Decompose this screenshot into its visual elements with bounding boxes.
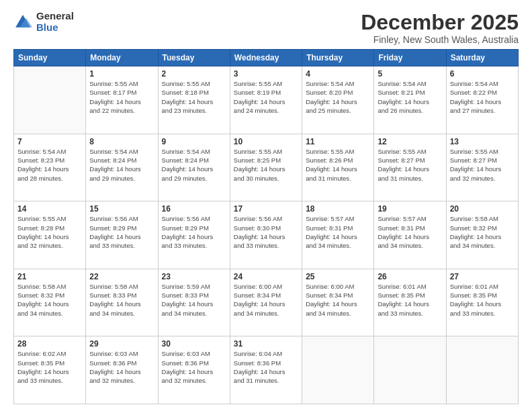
weekday-header-sunday: Sunday	[14, 50, 86, 66]
calendar-week-row: 14Sunrise: 5:55 AM Sunset: 8:28 PM Dayli…	[14, 201, 519, 269]
calendar-cell	[446, 336, 518, 404]
day-number: 21	[17, 272, 82, 281]
calendar-cell: 25Sunrise: 6:00 AM Sunset: 8:34 PM Dayli…	[302, 269, 374, 336]
day-info: Sunrise: 5:54 AM Sunset: 8:24 PM Dayligh…	[162, 147, 226, 183]
weekday-header-saturday: Saturday	[446, 50, 518, 66]
calendar-cell: 30Sunrise: 6:03 AM Sunset: 8:36 PM Dayli…	[158, 336, 230, 404]
day-number: 25	[306, 272, 370, 281]
header: General Blue December 2025 Finley, New S…	[13, 11, 519, 45]
day-number: 31	[234, 339, 298, 349]
weekday-header-tuesday: Tuesday	[158, 50, 230, 66]
calendar-cell: 4Sunrise: 5:54 AM Sunset: 8:20 PM Daylig…	[302, 66, 374, 134]
day-number: 4	[306, 69, 370, 79]
calendar-page: General Blue December 2025 Finley, New S…	[0, 0, 532, 411]
calendar-cell: 10Sunrise: 5:55 AM Sunset: 8:25 PM Dayli…	[230, 134, 302, 201]
day-info: Sunrise: 5:55 AM Sunset: 8:28 PM Dayligh…	[17, 214, 82, 250]
calendar-cell: 8Sunrise: 5:54 AM Sunset: 8:24 PM Daylig…	[86, 134, 158, 201]
calendar-cell	[302, 336, 374, 404]
calendar-cell: 6Sunrise: 5:54 AM Sunset: 8:22 PM Daylig…	[446, 66, 518, 134]
calendar-table: SundayMondayTuesdayWednesdayThursdayFrid…	[13, 49, 519, 404]
day-info: Sunrise: 5:55 AM Sunset: 8:26 PM Dayligh…	[306, 147, 370, 183]
day-info: Sunrise: 5:56 AM Sunset: 8:30 PM Dayligh…	[234, 214, 298, 250]
day-number: 16	[162, 204, 226, 214]
title-block: December 2025 Finley, New South Wales, A…	[361, 11, 519, 45]
day-info: Sunrise: 5:56 AM Sunset: 8:29 PM Dayligh…	[89, 214, 154, 250]
calendar-cell: 9Sunrise: 5:54 AM Sunset: 8:24 PM Daylig…	[158, 134, 230, 201]
day-number: 1	[89, 69, 154, 79]
day-info: Sunrise: 5:55 AM Sunset: 8:27 PM Dayligh…	[378, 147, 442, 183]
calendar-cell: 5Sunrise: 5:54 AM Sunset: 8:21 PM Daylig…	[374, 66, 446, 134]
logo-icon	[13, 13, 32, 32]
day-number: 8	[89, 137, 154, 146]
calendar-cell: 22Sunrise: 5:58 AM Sunset: 8:33 PM Dayli…	[86, 269, 158, 336]
day-number: 2	[162, 69, 226, 79]
calendar-cell: 27Sunrise: 6:01 AM Sunset: 8:35 PM Dayli…	[446, 269, 518, 336]
calendar-cell: 19Sunrise: 5:57 AM Sunset: 8:31 PM Dayli…	[374, 201, 446, 269]
day-info: Sunrise: 5:55 AM Sunset: 8:27 PM Dayligh…	[450, 147, 515, 183]
day-info: Sunrise: 5:54 AM Sunset: 8:22 PM Dayligh…	[450, 79, 515, 115]
day-number: 20	[450, 204, 515, 214]
calendar-cell	[14, 66, 86, 134]
weekday-header-row: SundayMondayTuesdayWednesdayThursdayFrid…	[14, 50, 519, 66]
month-title: December 2025	[361, 11, 519, 34]
calendar-cell: 12Sunrise: 5:55 AM Sunset: 8:27 PM Dayli…	[374, 134, 446, 201]
calendar-cell: 13Sunrise: 5:55 AM Sunset: 8:27 PM Dayli…	[446, 134, 518, 201]
logo-general-text: General	[36, 11, 74, 22]
day-info: Sunrise: 6:03 AM Sunset: 8:36 PM Dayligh…	[89, 349, 154, 385]
calendar-cell: 17Sunrise: 5:56 AM Sunset: 8:30 PM Dayli…	[230, 201, 302, 269]
calendar-cell: 15Sunrise: 5:56 AM Sunset: 8:29 PM Dayli…	[86, 201, 158, 269]
weekday-header-wednesday: Wednesday	[230, 50, 302, 66]
calendar-cell: 18Sunrise: 5:57 AM Sunset: 8:31 PM Dayli…	[302, 201, 374, 269]
day-info: Sunrise: 5:54 AM Sunset: 8:21 PM Dayligh…	[378, 79, 442, 115]
calendar-cell: 24Sunrise: 6:00 AM Sunset: 8:34 PM Dayli…	[230, 269, 302, 336]
day-info: Sunrise: 6:00 AM Sunset: 8:34 PM Dayligh…	[306, 282, 370, 318]
day-number: 27	[450, 272, 515, 281]
day-info: Sunrise: 5:54 AM Sunset: 8:23 PM Dayligh…	[17, 147, 82, 183]
day-info: Sunrise: 5:58 AM Sunset: 8:33 PM Dayligh…	[89, 282, 154, 318]
day-number: 14	[17, 204, 82, 214]
calendar-week-row: 21Sunrise: 5:58 AM Sunset: 8:32 PM Dayli…	[14, 269, 519, 336]
location-subtitle: Finley, New South Wales, Australia	[361, 34, 519, 45]
calendar-cell: 1Sunrise: 5:55 AM Sunset: 8:17 PM Daylig…	[86, 66, 158, 134]
calendar-cell: 20Sunrise: 5:58 AM Sunset: 8:32 PM Dayli…	[446, 201, 518, 269]
day-info: Sunrise: 6:03 AM Sunset: 8:36 PM Dayligh…	[162, 349, 226, 385]
calendar-cell: 14Sunrise: 5:55 AM Sunset: 8:28 PM Dayli…	[14, 201, 86, 269]
day-info: Sunrise: 6:00 AM Sunset: 8:34 PM Dayligh…	[234, 282, 298, 318]
day-number: 18	[306, 204, 370, 214]
day-number: 24	[234, 272, 298, 281]
day-info: Sunrise: 5:54 AM Sunset: 8:20 PM Dayligh…	[306, 79, 370, 115]
day-number: 13	[450, 137, 515, 146]
calendar-cell: 29Sunrise: 6:03 AM Sunset: 8:36 PM Dayli…	[86, 336, 158, 404]
calendar-week-row: 7Sunrise: 5:54 AM Sunset: 8:23 PM Daylig…	[14, 134, 519, 201]
day-info: Sunrise: 5:55 AM Sunset: 8:19 PM Dayligh…	[234, 79, 298, 115]
calendar-cell: 11Sunrise: 5:55 AM Sunset: 8:26 PM Dayli…	[302, 134, 374, 201]
calendar-cell: 26Sunrise: 6:01 AM Sunset: 8:35 PM Dayli…	[374, 269, 446, 336]
weekday-header-friday: Friday	[374, 50, 446, 66]
day-number: 5	[378, 69, 442, 79]
day-info: Sunrise: 5:58 AM Sunset: 8:32 PM Dayligh…	[450, 214, 515, 250]
calendar-cell: 21Sunrise: 5:58 AM Sunset: 8:32 PM Dayli…	[14, 269, 86, 336]
day-info: Sunrise: 5:55 AM Sunset: 8:17 PM Dayligh…	[89, 79, 154, 115]
day-number: 30	[162, 339, 226, 349]
day-number: 9	[162, 137, 226, 146]
calendar-cell: 7Sunrise: 5:54 AM Sunset: 8:23 PM Daylig…	[14, 134, 86, 201]
calendar-cell	[374, 336, 446, 404]
day-number: 19	[378, 204, 442, 214]
day-number: 17	[234, 204, 298, 214]
calendar-cell: 3Sunrise: 5:55 AM Sunset: 8:19 PM Daylig…	[230, 66, 302, 134]
calendar-cell: 28Sunrise: 6:02 AM Sunset: 8:35 PM Dayli…	[14, 336, 86, 404]
day-number: 10	[234, 137, 298, 146]
day-info: Sunrise: 5:55 AM Sunset: 8:25 PM Dayligh…	[234, 147, 298, 183]
day-number: 11	[306, 137, 370, 146]
day-info: Sunrise: 5:59 AM Sunset: 8:33 PM Dayligh…	[162, 282, 226, 318]
day-info: Sunrise: 5:55 AM Sunset: 8:18 PM Dayligh…	[162, 79, 226, 115]
day-number: 12	[378, 137, 442, 146]
day-number: 6	[450, 69, 515, 79]
calendar-cell: 16Sunrise: 5:56 AM Sunset: 8:29 PM Dayli…	[158, 201, 230, 269]
day-info: Sunrise: 6:04 AM Sunset: 8:36 PM Dayligh…	[234, 349, 298, 385]
calendar-cell: 31Sunrise: 6:04 AM Sunset: 8:36 PM Dayli…	[230, 336, 302, 404]
day-number: 3	[234, 69, 298, 79]
calendar-cell: 2Sunrise: 5:55 AM Sunset: 8:18 PM Daylig…	[158, 66, 230, 134]
day-info: Sunrise: 5:58 AM Sunset: 8:32 PM Dayligh…	[17, 282, 82, 318]
weekday-header-monday: Monday	[86, 50, 158, 66]
